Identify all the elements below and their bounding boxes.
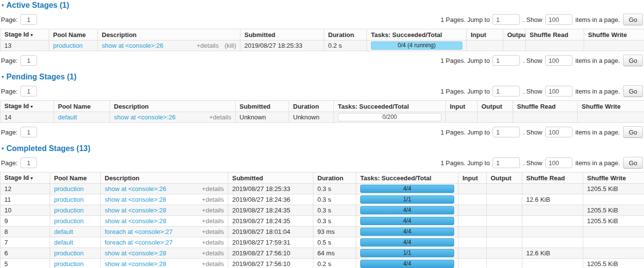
col-header-pool-name[interactable]: Pool Name bbox=[54, 101, 110, 112]
task-progress-bar: 1/1 bbox=[360, 195, 454, 204]
section-title-completed[interactable]: ▾Completed Stages (13) bbox=[1, 145, 644, 153]
section-title-pending[interactable]: ▾Pending Stages (1) bbox=[1, 73, 644, 81]
col-header-stage-id[interactable]: Stage Id▾ bbox=[0, 101, 54, 112]
col-header-description[interactable]: Description bbox=[110, 101, 236, 112]
col-header-output[interactable]: Output bbox=[503, 29, 526, 40]
tasks-cell: 4/4 bbox=[356, 259, 459, 268]
description-link[interactable]: show at <console>:28 bbox=[105, 217, 166, 225]
col-header-tasks[interactable]: Tasks: Succeeded/Total bbox=[356, 172, 459, 184]
details-toggle[interactable]: +details bbox=[202, 195, 224, 204]
col-header-duration[interactable]: Duration bbox=[313, 172, 356, 184]
jump-to-input[interactable] bbox=[493, 86, 520, 96]
details-toggle[interactable]: +details bbox=[202, 185, 224, 193]
col-header-shuffle-write[interactable]: Shuffle Write bbox=[578, 101, 644, 112]
go-button[interactable]: Go bbox=[623, 14, 643, 25]
col-header-label: Stage Id bbox=[4, 31, 29, 38]
col-header-submitted[interactable]: Submitted bbox=[236, 101, 289, 112]
section-title-active[interactable]: ▾Active Stages (1) bbox=[1, 1, 644, 9]
show-count-input[interactable] bbox=[545, 86, 572, 96]
col-header-shuffle-write[interactable]: Shuffle Write bbox=[583, 172, 644, 184]
pool-link[interactable]: production bbox=[53, 42, 83, 49]
go-button[interactable]: Go bbox=[623, 85, 643, 97]
details-toggle[interactable]: +details bbox=[209, 113, 231, 121]
details-toggle[interactable]: +details bbox=[202, 249, 224, 257]
col-header-tasks[interactable]: Tasks: Succeeded/Total bbox=[367, 29, 467, 40]
pool-link[interactable]: default bbox=[54, 239, 73, 246]
details-toggle[interactable]: +details bbox=[202, 206, 224, 214]
col-header-description[interactable]: Description bbox=[101, 172, 228, 184]
pool-link[interactable]: production bbox=[54, 249, 84, 257]
col-header-output[interactable]: Output bbox=[487, 172, 522, 184]
col-header-submitted[interactable]: Submitted bbox=[240, 29, 324, 40]
pool-link[interactable]: production bbox=[54, 185, 84, 192]
shuffle-write-cell: 1205.5 KiB bbox=[583, 184, 644, 194]
go-button[interactable]: Go bbox=[623, 157, 643, 169]
input-cell bbox=[459, 216, 487, 227]
show-count-input[interactable] bbox=[545, 14, 572, 25]
page-input[interactable] bbox=[20, 127, 37, 137]
jump-to-input[interactable] bbox=[493, 14, 520, 25]
description-link[interactable]: show at <console>:26 bbox=[114, 113, 175, 121]
col-header-label: Stage Id bbox=[4, 102, 29, 110]
col-header-submitted[interactable]: Submitted bbox=[228, 172, 313, 184]
page-input[interactable] bbox=[20, 55, 37, 66]
jump-to-input[interactable] bbox=[493, 157, 520, 168]
page-input[interactable] bbox=[20, 157, 37, 168]
details-toggle[interactable]: +details bbox=[197, 41, 219, 50]
page-input[interactable] bbox=[20, 86, 37, 96]
pool-link[interactable]: default bbox=[54, 228, 73, 235]
col-header-description[interactable]: Description bbox=[98, 29, 240, 40]
jump-to-input[interactable] bbox=[493, 55, 520, 66]
col-header-shuffle-read[interactable]: Shuffle Read bbox=[522, 172, 583, 184]
col-header-input[interactable]: Input bbox=[459, 172, 487, 184]
col-header-tasks[interactable]: Tasks: Succeeded/Total bbox=[334, 101, 446, 112]
pool-link[interactable]: production bbox=[54, 207, 84, 214]
go-button[interactable]: Go bbox=[623, 126, 643, 138]
col-header-duration[interactable]: Duration bbox=[324, 29, 367, 40]
pool-link[interactable]: production bbox=[54, 196, 84, 203]
pool-name-cell: production bbox=[50, 248, 101, 259]
description-link[interactable]: show at <console>:26 bbox=[105, 185, 166, 193]
description-link[interactable]: show at <console>:28 bbox=[105, 249, 166, 257]
page-label: Page: bbox=[1, 159, 18, 167]
stage-id-cell: 7 bbox=[0, 237, 50, 248]
description-link[interactable]: show at <console>:28 bbox=[105, 260, 166, 268]
col-header-stage-id[interactable]: Stage Id▾ bbox=[0, 29, 49, 40]
details-toggle[interactable]: +details bbox=[202, 238, 224, 247]
jump-to-input[interactable] bbox=[493, 127, 520, 137]
description-link[interactable]: foreach at <console>:27 bbox=[105, 228, 173, 236]
description-cell: show at <console>:26+details(kill) bbox=[98, 40, 240, 51]
description-link[interactable]: foreach at <console>:27 bbox=[105, 238, 173, 247]
col-header-duration[interactable]: Duration bbox=[289, 101, 334, 112]
description-link[interactable]: show at <console>:26 bbox=[102, 41, 163, 50]
submitted-cell: 2019/08/27 18:24:35 bbox=[228, 216, 313, 227]
stage-id-cell: 10 bbox=[0, 205, 50, 216]
pool-link[interactable]: production bbox=[54, 260, 84, 268]
pagination-active-bottom: Page:1 Pages. Jump to. Showitems in a pa… bbox=[1, 54, 643, 67]
col-header-input[interactable]: Input bbox=[446, 101, 478, 112]
col-header-shuffle-write[interactable]: Shuffle Write bbox=[584, 29, 644, 40]
col-header-pool-name[interactable]: Pool Name bbox=[49, 29, 98, 40]
col-header-shuffle-read[interactable]: Shuffle Read bbox=[513, 101, 578, 112]
go-button[interactable]: Go bbox=[623, 55, 643, 66]
show-count-input[interactable] bbox=[545, 55, 572, 66]
kill-link[interactable]: (kill) bbox=[224, 41, 236, 50]
pool-link[interactable]: production bbox=[54, 217, 84, 225]
description-link[interactable]: show at <console>:28 bbox=[105, 195, 166, 204]
page-input[interactable] bbox=[20, 14, 37, 25]
description-link[interactable]: show at <console>:28 bbox=[105, 206, 166, 214]
col-header-pool-name[interactable]: Pool Name bbox=[50, 172, 101, 184]
col-header-stage-id[interactable]: Stage Id▾ bbox=[0, 172, 50, 184]
col-header-shuffle-read[interactable]: Shuffle Read bbox=[526, 29, 584, 40]
pool-link[interactable]: default bbox=[58, 114, 77, 121]
col-header-input[interactable]: Input bbox=[467, 29, 503, 40]
shuffle-read-cell bbox=[513, 112, 578, 123]
duration-cell: 0.3 s bbox=[313, 205, 356, 216]
show-count-input[interactable] bbox=[545, 157, 572, 168]
details-toggle[interactable]: +details bbox=[202, 217, 224, 225]
details-toggle[interactable]: +details bbox=[202, 228, 224, 236]
col-header-output[interactable]: Output bbox=[478, 101, 513, 112]
duration-cell: 0.3 s bbox=[313, 184, 356, 194]
details-toggle[interactable]: +details bbox=[202, 260, 224, 268]
show-count-input[interactable] bbox=[545, 127, 572, 137]
